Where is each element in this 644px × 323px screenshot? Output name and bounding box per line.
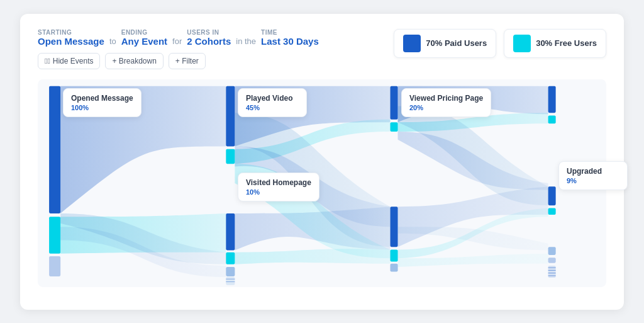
- svg-rect-7: [226, 252, 235, 264]
- paid-users-label: 70% Paid Users: [426, 38, 487, 48]
- paid-users-legend: 70% Paid Users: [394, 29, 496, 58]
- svg-rect-8: [226, 267, 235, 276]
- free-users-legend: 30% Free Users: [504, 29, 606, 58]
- svg-rect-6: [226, 213, 235, 250]
- svg-rect-5: [226, 149, 235, 163]
- svg-rect-13: [390, 263, 397, 271]
- svg-rect-25: [226, 277, 235, 285]
- ending-group: ENDING Any Event: [121, 29, 167, 47]
- svg-rect-1: [49, 86, 60, 213]
- played-video-label: Played Video 45%: [238, 88, 307, 117]
- connector1: to: [109, 37, 116, 46]
- free-users-label: 30% Free Users: [536, 38, 597, 48]
- sankey-area: Opened Message 100% Played Video 45% Vie…: [38, 79, 606, 287]
- users-group: USERS IN 2 Cohorts: [187, 29, 231, 47]
- svg-rect-18: [548, 247, 556, 255]
- viewed-pricing-label: Viewed Pricing Page 20%: [401, 88, 491, 117]
- query-row: STARTING Open Message to ENDING Any Even…: [38, 29, 319, 47]
- time-group: TIME Last 30 Days: [261, 29, 319, 47]
- filter-button[interactable]: + Filter: [169, 53, 206, 69]
- starting-label: STARTING: [38, 29, 104, 36]
- starting-group: STARTING Open Message: [38, 29, 104, 47]
- hide-events-icon: 👁̸: [45, 57, 50, 65]
- connector2: for: [172, 37, 182, 46]
- svg-rect-14: [548, 86, 556, 113]
- paid-users-swatch: [403, 35, 421, 52]
- svg-rect-19: [548, 258, 556, 263]
- main-card: STARTING Open Message to ENDING Any Even…: [20, 14, 624, 310]
- svg-rect-17: [548, 208, 556, 215]
- svg-rect-10: [390, 122, 397, 132]
- ending-label: ENDING: [121, 29, 167, 36]
- hide-events-button[interactable]: 👁̸ Hide Events: [38, 53, 100, 69]
- opened-message-label: Opened Message 100%: [63, 88, 142, 117]
- breakdown-button[interactable]: + Breakdown: [105, 53, 163, 69]
- ending-value: Any Event: [121, 36, 167, 47]
- time-value: Last 30 Days: [261, 36, 319, 47]
- controls: 👁̸ Hide Events + Breakdown + Filter: [38, 53, 319, 69]
- svg-rect-16: [548, 186, 556, 205]
- starting-value: Open Message: [38, 36, 104, 47]
- free-users-swatch: [513, 35, 531, 52]
- svg-rect-3: [49, 256, 60, 276]
- visited-homepage-label: Visited Homepage 10%: [238, 173, 319, 201]
- svg-rect-9: [390, 86, 397, 119]
- users-label: USERS IN: [187, 29, 231, 36]
- svg-rect-15: [548, 115, 556, 123]
- header: STARTING Open Message to ENDING Any Even…: [38, 29, 606, 69]
- svg-rect-2: [49, 217, 60, 254]
- legend: 70% Paid Users 30% Free Users: [394, 29, 606, 58]
- connector3: in the: [236, 37, 256, 46]
- svg-rect-11: [390, 207, 397, 247]
- time-label: TIME: [261, 29, 319, 36]
- upgraded-label: Upgraded 9%: [558, 161, 628, 190]
- svg-rect-4: [226, 86, 235, 146]
- svg-rect-12: [390, 249, 397, 261]
- users-value: 2 Cohorts: [187, 36, 231, 47]
- header-left: STARTING Open Message to ENDING Any Even…: [38, 29, 319, 69]
